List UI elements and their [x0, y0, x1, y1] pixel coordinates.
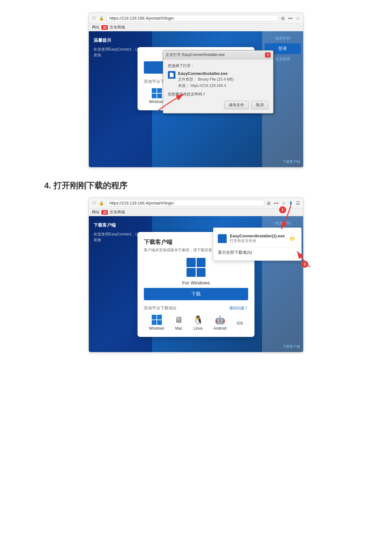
win-icon-grid — [187, 258, 205, 277]
step-4-heading: 4. 打开刚刚下载的程序 — [44, 180, 373, 191]
platform-ios-2[interactable]: iOS — [237, 320, 243, 326]
download-button-2[interactable]: 下载 — [144, 288, 248, 300]
android-icon-2: 🤖 — [215, 315, 225, 325]
dialog-close-button[interactable]: ✕ — [265, 52, 271, 58]
bookmarks-label-2: 网址 — [92, 210, 100, 215]
red-arrow-section2-top — [266, 201, 297, 239]
wp-1 — [187, 258, 196, 267]
file-name: EasyConnectInstaller.exe — [178, 71, 234, 76]
other-platforms-header-2: 其他平台下载地址 遇到问题？ — [144, 305, 248, 311]
browser-toolbar-1: 🛡 🔒 https://219.129.166.4/portal/#!/logi… — [89, 13, 303, 24]
show-all-downloads[interactable]: 显示全部下载项(S) — [213, 247, 301, 257]
dl-file-icon — [218, 234, 227, 243]
shield-icon: 🛡 — [92, 16, 96, 21]
platform-label-ios-2: iOS — [237, 321, 243, 326]
more-icon[interactable]: ••• — [288, 16, 293, 21]
red-arrow-1 — [152, 88, 190, 113]
cert-login-1[interactable]: 证书登录 — [275, 57, 290, 62]
download-client-link-2[interactable]: 下载客户端 — [283, 344, 300, 349]
file-icon-small — [168, 71, 175, 79]
section-1: 🛡 🔒 https://219.129.166.4/portal/#!/logi… — [19, 13, 373, 167]
browser-actions: ⊞ ••• ☆ — [281, 16, 300, 21]
platform-label-android-2: Android — [213, 326, 226, 331]
platform-windows-2[interactable]: Windows — [149, 315, 164, 331]
platform-label-linux-2: Linux — [193, 326, 203, 331]
platform-icons-2: Windows 🖥 Mac 🐧 Linux 🤖 — [144, 315, 248, 331]
jd-store-label-2: 京东商城 — [110, 210, 125, 215]
jd-store-label: 京东商城 — [110, 25, 125, 30]
browser-url-2[interactable]: https://219.129.166.4/portal/#!/login — [107, 200, 264, 206]
win-pane-2-4 — [157, 320, 162, 325]
win-pane-2-3 — [152, 320, 156, 325]
wp-2 — [197, 258, 206, 267]
source-label: 来源： — [178, 83, 189, 88]
dialog-file-info: EasyConnectInstaller.exe 文件类型： Binary Fi… — [168, 71, 268, 88]
download-client-link-1[interactable]: 下载客户端 — [283, 159, 300, 164]
star-icon[interactable]: ☆ — [296, 16, 300, 21]
section-2-wrapper: 🛡 🔒 https://219.129.166.4/portal/#!/logi… — [89, 198, 303, 352]
linux-icon-2: 🐧 — [193, 315, 203, 325]
wp-3 — [187, 268, 196, 277]
browser-window-1: 🛡 🔒 https://219.129.166.4/portal/#!/logi… — [89, 13, 303, 167]
lock-icon: 🔒 — [99, 16, 104, 21]
dl-action[interactable]: 打开所在文件夹 — [230, 238, 285, 244]
mac-icon-2: 🖥 — [175, 315, 183, 325]
disclaimer-link-1[interactable]: 《免责声明》 — [272, 36, 293, 41]
filetype-label: 文件类型： — [178, 77, 197, 82]
red-arrow-section2-mid — [291, 242, 316, 273]
win-pane-2-1 — [152, 315, 156, 320]
windows-big-icon — [144, 258, 248, 277]
browser-content-1: 温馨提示 欢迎使用EasyConnect，让您的差旅 正在打开 EasyConn… — [89, 31, 303, 167]
trouble-link-2[interactable]: 遇到问题？ — [229, 306, 248, 311]
jd-icon-2: JD — [101, 210, 108, 215]
file-source: 来源： https://219.129.166.4 — [178, 83, 234, 88]
section-2: 🛡 🔒 https://219.129.166.4/portal/#!/logi… — [19, 198, 373, 352]
platform-label-windows-2: Windows — [149, 326, 164, 331]
shield-icon-2: 🛡 — [92, 201, 96, 206]
bookmarks-label: 网址 — [92, 25, 100, 30]
platform-label-mac-2: Mac — [175, 326, 182, 331]
dialog-prompt: 您选择了打开： — [168, 63, 268, 69]
browser-url-1[interactable]: https://219.129.166.4/portal/#!/login — [107, 15, 279, 21]
grid-icon[interactable]: ⊞ — [281, 16, 285, 21]
filetype-value: Binary File (25.4 MB) — [198, 77, 234, 82]
dialog-titlebar: 正在打开 EasyConnectInstaller.exe ✕ — [163, 51, 273, 59]
source-value: https://219.129.166.4 — [190, 83, 226, 88]
dialog-title-text: 正在打开 EasyConnectInstaller.exe — [166, 52, 225, 58]
warning-title-2: 下载客户端 — [94, 222, 147, 228]
save-file-button[interactable]: 保存文件 — [224, 101, 249, 109]
jd-icon: JD — [101, 25, 108, 30]
lock-icon-2: 🔒 — [99, 201, 104, 205]
windows-icon-2 — [152, 315, 162, 325]
bookmarks-bar-1: 网址 JD 京东商城 — [89, 24, 303, 31]
wp-4 — [197, 268, 206, 277]
cancel-button[interactable]: 取消 — [251, 101, 268, 109]
platform-mac-2[interactable]: 🖥 Mac — [175, 315, 183, 331]
platform-linux-2[interactable]: 🐧 Linux — [193, 315, 203, 331]
win-pane-2-2 — [157, 315, 162, 320]
page-container: 🛡 🔒 https://219.129.166.4/portal/#!/logi… — [0, 0, 392, 554]
file-type: 文件类型： Binary File (25.4 MB) — [178, 77, 234, 82]
platform-android-2[interactable]: 🤖 Android — [213, 315, 226, 331]
for-windows-label-2: For Windows — [144, 280, 248, 285]
file-details: EasyConnectInstaller.exe 文件类型： Binary Fi… — [178, 71, 234, 88]
other-platforms-label-2: 其他平台下载地址 — [144, 305, 177, 311]
